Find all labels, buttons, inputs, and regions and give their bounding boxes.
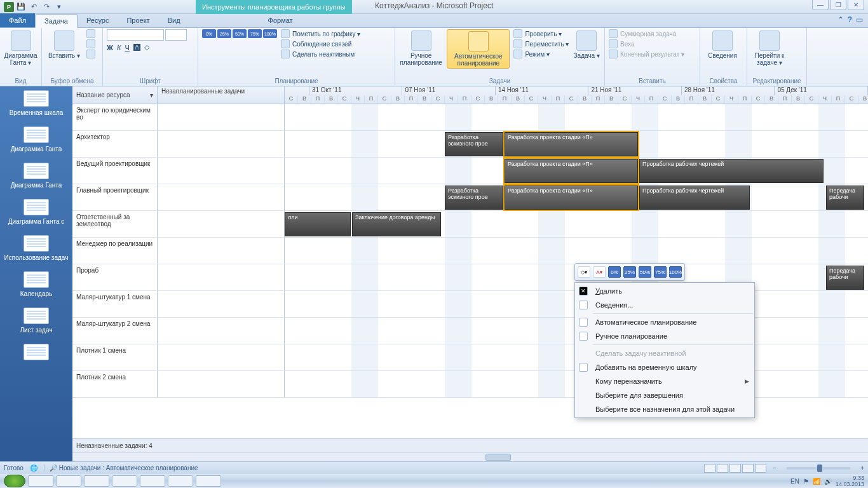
start-button[interactable] xyxy=(4,475,25,487)
summary-task-button[interactable]: Суммарная задача xyxy=(609,29,684,38)
qat-more-icon[interactable]: ▾ xyxy=(53,1,65,13)
col-resource-name[interactable]: Название ресурса xyxy=(76,92,130,98)
tab-file[interactable]: Файл xyxy=(0,13,35,27)
milestone-button[interactable]: Веха xyxy=(609,39,684,48)
mini-font-color-icon[interactable]: A▾ xyxy=(593,266,606,278)
col-unscheduled[interactable]: Незапланированные задачи xyxy=(158,86,285,104)
scroll-to-task-button[interactable]: Перейти к задаче ▾ xyxy=(751,29,788,66)
mini-fill-color-icon[interactable]: ◇▾ xyxy=(578,266,590,278)
ctx-information[interactable]: Сведения... xyxy=(575,298,754,312)
taskbar-app-ie[interactable] xyxy=(28,475,53,487)
taskbar-app-word[interactable] xyxy=(140,475,165,487)
task-bar[interactable]: Разработка эскизного прое xyxy=(445,186,503,210)
save-icon[interactable]: 💾 xyxy=(15,1,27,13)
tray-volume-icon[interactable]: 🔊 xyxy=(824,478,832,485)
task-bar[interactable]: Заключение договора аренды xyxy=(352,212,441,236)
ctx-select-all-assignments[interactable]: Выберите все назначения для этой задачи xyxy=(575,402,754,416)
task-bar[interactable]: Передача рабочи xyxy=(826,186,864,210)
undo-icon[interactable]: ↶ xyxy=(28,1,39,13)
resource-row[interactable]: Эксперт по юридическим во xyxy=(72,104,868,131)
mark-on-track-button[interactable]: Пометить по графику ▾ xyxy=(281,29,360,38)
zoom-out-icon[interactable]: − xyxy=(773,464,776,471)
timeline-header[interactable]: 31 Окт '1107 Ноя '1114 Ноя '1121 Ноя '11… xyxy=(285,86,868,104)
format-painter-icon[interactable] xyxy=(86,50,95,58)
inspect-button[interactable]: Проверить ▾ xyxy=(513,29,569,38)
zoom-in-icon[interactable]: + xyxy=(860,464,864,471)
taskbar-app-project[interactable] xyxy=(196,475,221,487)
auto-schedule-button[interactable]: Автоматическое планирование xyxy=(447,29,510,69)
make-inactive-button[interactable]: Сделать неактивным xyxy=(281,50,360,58)
view-more[interactable] xyxy=(0,340,72,369)
close-button[interactable]: ✕ xyxy=(848,0,864,10)
resource-row[interactable]: АрхитекторРазработка эскизного проеРазра… xyxy=(72,131,868,158)
font-size-select[interactable] xyxy=(165,29,187,41)
resource-row[interactable]: Менеджер по реализации xyxy=(72,238,868,264)
task-button[interactable]: Задача ▾ xyxy=(573,29,600,59)
filter-icon[interactable]: ▾ xyxy=(150,92,153,98)
percent-complete-buttons[interactable]: 0%25%50%75%100% xyxy=(202,29,277,38)
ctx-delete[interactable]: ✕УУдалитьдалить xyxy=(575,284,754,298)
taskbar-app-ppt[interactable] xyxy=(112,475,137,487)
task-bar[interactable]: Разработка проекта стадии «П» xyxy=(505,186,638,210)
taskbar-app-wmp[interactable] xyxy=(84,475,109,487)
font-color-button[interactable]: 🅰 xyxy=(133,44,140,51)
window-options-icon[interactable]: ▭ xyxy=(856,15,863,24)
status-macro-icon[interactable]: 🌐 xyxy=(30,464,37,471)
tab-resource[interactable]: Ресурс xyxy=(78,13,118,27)
task-bar[interactable]: Проработка рабочих чертежей xyxy=(639,186,750,210)
ctx-manual-schedule[interactable]: Ручное планирование xyxy=(575,329,754,343)
gantt-chart-button[interactable]: Диаграмма Ганта ▾ xyxy=(4,29,37,66)
tab-project[interactable]: Проект xyxy=(118,13,158,27)
cut-icon[interactable] xyxy=(86,29,95,38)
copy-icon[interactable] xyxy=(86,39,95,48)
tray-network-icon[interactable]: 📶 xyxy=(813,478,820,485)
mini-pct-100[interactable]: 100% xyxy=(669,266,682,278)
ctx-add-to-timeline[interactable]: Добавить на временную шкалу xyxy=(575,360,754,374)
zoom-slider[interactable] xyxy=(787,467,850,470)
mini-pct-0[interactable]: 0% xyxy=(608,266,621,278)
help-icon[interactable]: ? xyxy=(848,15,852,24)
view-shortcuts[interactable] xyxy=(704,464,766,473)
move-button[interactable]: Переместить ▾ xyxy=(513,39,569,48)
tray-flag-icon[interactable]: ⚑ xyxy=(803,478,809,485)
fill-color-button[interactable]: ◇ xyxy=(144,43,149,51)
resource-row[interactable]: Ведущий проектировщикРазработка проекта … xyxy=(72,158,868,184)
mode-button[interactable]: Режим ▾ xyxy=(513,50,569,58)
mini-pct-50[interactable]: 50% xyxy=(639,266,651,278)
taskbar-app-explorer[interactable] xyxy=(56,475,81,487)
view-gantt-2[interactable]: Диаграмма Ганта xyxy=(0,159,72,195)
task-bar[interactable]: лли xyxy=(285,212,351,236)
deliverable-button[interactable]: Конечный результат ▾ xyxy=(609,50,684,58)
task-bar[interactable]: Разработка проекта стадии «П» xyxy=(505,159,638,183)
mini-pct-25[interactable]: 25% xyxy=(623,266,636,278)
scrollbar-thumb[interactable] xyxy=(485,454,511,461)
maximize-button[interactable]: ❐ xyxy=(830,0,846,10)
tray-lang[interactable]: EN xyxy=(790,478,799,485)
view-gantt-1[interactable]: Диаграмма Ганта xyxy=(0,123,72,159)
tray-clock[interactable]: 9:3314.03.2013 xyxy=(836,475,864,487)
paste-button[interactable]: Вставить ▾ xyxy=(46,29,83,59)
unassigned-tasks-bar[interactable]: Неназначенные задачи: 4 xyxy=(72,438,868,452)
italic-button[interactable]: К xyxy=(117,44,121,51)
view-gantt-tracking[interactable]: Диаграмма Ганта с xyxy=(0,195,72,231)
ctx-reassign[interactable]: Кому переназначить▶ xyxy=(575,374,754,388)
task-bar[interactable]: Разработка эскизного прое xyxy=(445,132,503,156)
task-bar[interactable]: Передача рабочи xyxy=(826,266,864,290)
view-calendar[interactable]: Календарь xyxy=(0,268,72,304)
collapse-ribbon-icon[interactable]: ⌃ xyxy=(837,15,844,24)
minimize-button[interactable]: — xyxy=(812,0,829,10)
tab-view[interactable]: Вид xyxy=(159,13,189,27)
view-task-sheet[interactable]: Лист задач xyxy=(0,304,72,340)
redo-icon[interactable]: ↷ xyxy=(41,1,52,13)
manual-schedule-button[interactable]: Ручное планирование xyxy=(399,29,443,66)
information-button[interactable]: Сведения xyxy=(704,29,741,59)
ctx-select-complete[interactable]: Выберите для завершения xyxy=(575,388,754,402)
ctx-auto-schedule[interactable]: Автоматическое планирование xyxy=(575,315,754,329)
task-bar[interactable]: Разработка проекта стадии «П» xyxy=(505,132,638,156)
view-timeline[interactable]: Временная шкала xyxy=(0,86,72,123)
tab-task[interactable]: Задача xyxy=(35,14,78,28)
respect-links-button[interactable]: Соблюдение связей xyxy=(281,39,360,48)
tab-format[interactable]: Формат xyxy=(259,13,302,27)
resource-row[interactable]: Главный проектировщикРазработка эскизног… xyxy=(72,184,868,211)
view-task-usage[interactable]: Использование задач xyxy=(0,231,72,268)
